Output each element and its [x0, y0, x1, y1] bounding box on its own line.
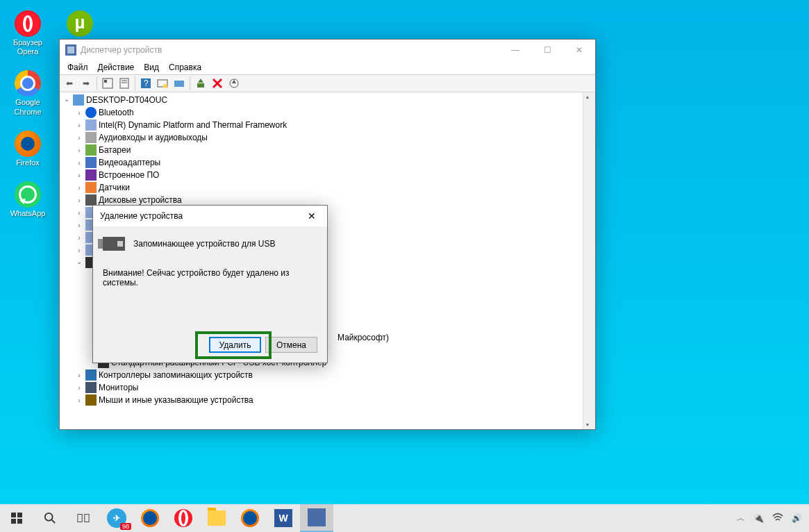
- sensor-icon: [85, 182, 97, 193]
- chevron-right-icon[interactable]: [75, 247, 83, 254]
- taskbar-file-explorer[interactable]: [200, 504, 233, 532]
- task-view-button[interactable]: [67, 504, 100, 532]
- chevron-right-icon[interactable]: [75, 397, 83, 404]
- tree-item-audio[interactable]: Аудиовходы и аудиовыходы: [60, 131, 583, 144]
- dialog-titlebar[interactable]: Удаление устройства ✕: [93, 206, 327, 226]
- scan-hardware-button[interactable]: [226, 76, 242, 91]
- uninstall-device-dialog: Удаление устройства ✕ Запоминающее устро…: [92, 205, 328, 363]
- menu-help[interactable]: Справка: [165, 61, 206, 74]
- mouse-icon: [85, 394, 97, 406]
- svg-rect-16: [11, 513, 16, 517]
- word-icon: W: [274, 509, 292, 527]
- tree-item-sensors[interactable]: Датчики: [60, 181, 583, 194]
- chevron-right-icon[interactable]: [75, 134, 83, 142]
- svg-point-8: [163, 84, 167, 88]
- enable-button[interactable]: [193, 76, 208, 91]
- wifi-icon[interactable]: [772, 512, 783, 525]
- window-title: Диспетчер устройств: [81, 45, 499, 55]
- maximize-button[interactable]: ☐: [531, 40, 563, 60]
- desktop-icon-chrome[interactable]: Google Chrome: [7, 70, 49, 116]
- desktop-icon-utorrent[interactable]: [59, 10, 101, 38]
- taskbar: ✈ W ︿ 🔌 🔊: [0, 504, 809, 532]
- chevron-down-icon[interactable]: [75, 259, 83, 267]
- svg-rect-22: [78, 515, 82, 522]
- menu-action[interactable]: Действие: [94, 61, 139, 74]
- chevron-right-icon[interactable]: [75, 159, 83, 167]
- menu-file[interactable]: Файл: [63, 61, 92, 74]
- desktop-icon-label: Firefox: [7, 158, 49, 167]
- search-button[interactable]: [33, 504, 67, 532]
- taskbar-opera[interactable]: [167, 504, 200, 532]
- chevron-right-icon[interactable]: [75, 109, 83, 117]
- start-button[interactable]: [0, 504, 33, 532]
- close-button[interactable]: ✕: [563, 40, 595, 60]
- chevron-right-icon[interactable]: [75, 197, 83, 204]
- svg-rect-10: [197, 83, 204, 88]
- tree-item-monitors[interactable]: Мониторы: [60, 381, 583, 394]
- scrollbar[interactable]: [583, 92, 595, 429]
- devmgr-icon: [308, 508, 326, 526]
- svg-rect-23: [85, 515, 89, 522]
- tree-item-battery[interactable]: Батареи: [60, 144, 583, 156]
- firmware-icon: [85, 169, 97, 181]
- folder-icon: [208, 510, 226, 526]
- menu-view[interactable]: Вид: [140, 61, 163, 74]
- chevron-right-icon[interactable]: [75, 372, 83, 379]
- cancel-button[interactable]: Отмена: [265, 337, 317, 353]
- tree-root[interactable]: DESKTOP-DT04OUC: [60, 94, 583, 106]
- utorrent-icon: [67, 10, 93, 37]
- chevron-right-icon[interactable]: [75, 384, 83, 392]
- uninstall-button[interactable]: [210, 76, 225, 91]
- tree-item-intel[interactable]: Intel(R) Dynamic Platform and Thermal Fr…: [60, 119, 583, 131]
- tray-expand-icon[interactable]: ︿: [737, 513, 745, 524]
- chevron-right-icon[interactable]: [75, 209, 83, 217]
- battery-icon[interactable]: 🔌: [753, 513, 764, 523]
- taskbar-device-manager[interactable]: [300, 504, 333, 532]
- tree-item-video[interactable]: Видеоадаптеры: [60, 156, 583, 169]
- titlebar[interactable]: Диспетчер устройств — ☐ ✕: [60, 40, 595, 60]
- tree-item-firmware[interactable]: Встроенное ПО: [60, 169, 583, 181]
- dialog-title: Удаление устройства: [100, 211, 296, 221]
- tree-item-storage-controllers[interactable]: Контроллеры запоминающих устройств: [60, 369, 583, 381]
- taskbar-word[interactable]: W: [267, 504, 300, 532]
- scan-button[interactable]: [155, 76, 170, 91]
- opera-icon: [174, 509, 192, 527]
- taskbar-firefox-2[interactable]: [233, 504, 267, 532]
- properties-button[interactable]: [117, 76, 132, 91]
- desktop-icon-whatsapp[interactable]: WhatsApp: [7, 181, 49, 218]
- tree-item-bluetooth[interactable]: Bluetooth: [60, 106, 583, 119]
- chevron-right-icon[interactable]: [75, 234, 83, 242]
- svg-marker-11: [198, 78, 203, 83]
- chevron-right-icon[interactable]: [75, 172, 83, 179]
- speaker-icon: [85, 132, 97, 143]
- desktop-icon-label: WhatsApp: [7, 209, 49, 218]
- chevron-right-icon[interactable]: [75, 122, 83, 129]
- tree-item-mice[interactable]: Мыши и иные указывающие устройства: [60, 394, 583, 406]
- chevron-right-icon[interactable]: [75, 147, 83, 154]
- dialog-device-name: Запоминающее устройство для USB: [133, 239, 275, 249]
- display-adapter-icon: [85, 157, 97, 168]
- usb-device-icon: [103, 237, 125, 251]
- show-hidden-button[interactable]: [100, 76, 115, 91]
- taskbar-firefox[interactable]: [133, 504, 167, 532]
- volume-icon[interactable]: 🔊: [792, 513, 802, 523]
- svg-rect-9: [174, 81, 184, 87]
- desktop-icon-firefox[interactable]: Firefox: [7, 131, 49, 167]
- minimize-button[interactable]: —: [499, 40, 531, 60]
- opera-icon: [15, 10, 41, 37]
- monitor-icon: [85, 382, 97, 393]
- dialog-close-button[interactable]: ✕: [296, 206, 327, 226]
- desktop-icon-label: Google Chrome: [7, 98, 49, 116]
- update-driver-button[interactable]: [172, 76, 187, 91]
- chevron-down-icon[interactable]: [62, 97, 71, 104]
- chevron-right-icon[interactable]: [75, 222, 83, 229]
- help-button[interactable]: ?: [138, 76, 153, 91]
- forward-button[interactable]: ➡: [78, 76, 94, 91]
- taskbar-telegram[interactable]: ✈: [100, 504, 133, 532]
- desktop-icon-opera[interactable]: Браузер Opera: [7, 10, 49, 56]
- storage-icon: [85, 369, 97, 381]
- delete-button[interactable]: Удалить: [209, 337, 261, 353]
- back-button[interactable]: ⬅: [62, 76, 77, 91]
- chevron-right-icon[interactable]: [75, 184, 83, 192]
- dialog-warning-text: Внимание! Сейчас устройство будет удален…: [100, 268, 320, 288]
